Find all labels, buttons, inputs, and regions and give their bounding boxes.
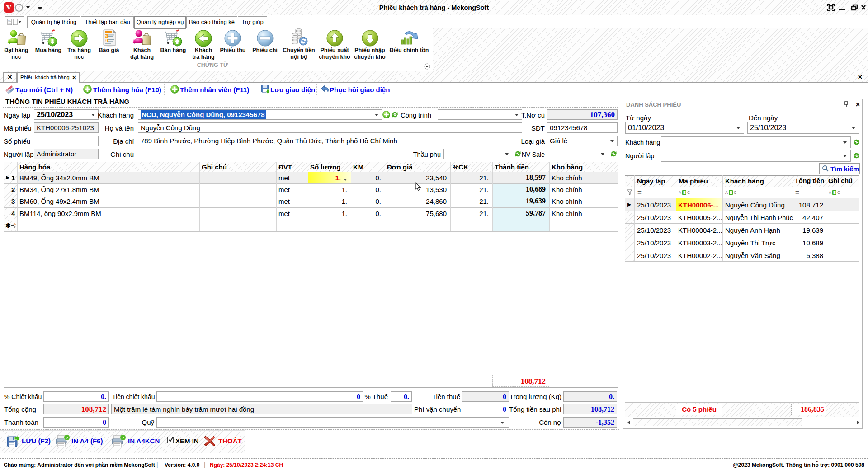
svg-text:A: A: [725, 190, 728, 195]
svg-text:B: B: [730, 190, 733, 195]
svg-text:B: B: [833, 190, 836, 195]
svg-text:C: C: [734, 190, 737, 195]
svg-text:C: C: [837, 190, 840, 195]
svg-text:A: A: [679, 190, 681, 195]
svg-text:B: B: [683, 190, 686, 195]
svg-text:?: ?: [66, 435, 68, 440]
svg-text:C: C: [687, 190, 690, 195]
svg-text:A: A: [829, 190, 831, 195]
svg-text:$: $: [105, 34, 107, 38]
svg-text:?: ?: [122, 435, 124, 440]
svg-text:$: $: [105, 39, 107, 42]
